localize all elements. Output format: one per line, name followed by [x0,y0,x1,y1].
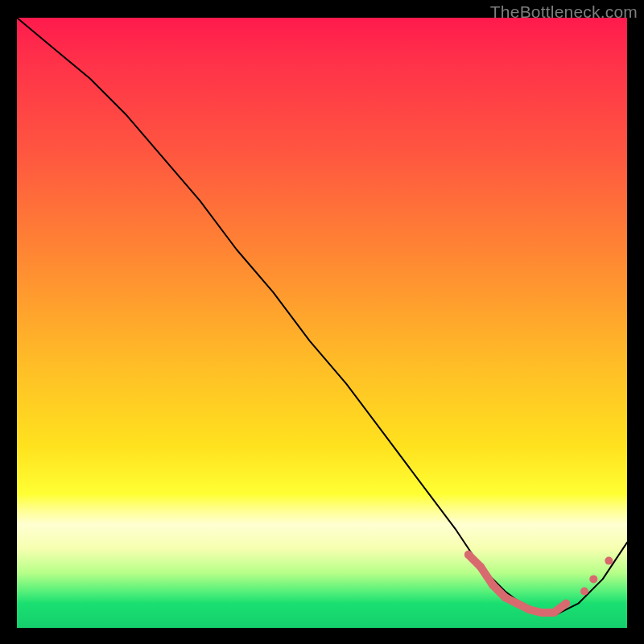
chart-svg [17,18,627,628]
marker-point [589,575,597,583]
marker-point [489,581,497,589]
marker-point [501,593,509,601]
watermark-label: TheBottleneck.com [490,2,638,22]
marker-point [580,588,588,596]
chart-frame [17,18,627,628]
marker-point [526,605,534,613]
marker-point [538,609,546,617]
marker-point [550,609,558,617]
marker-point [605,557,613,565]
marker-point [562,600,570,608]
bottleneck-curve [17,18,627,616]
marker-group [464,551,613,617]
marker-point [477,563,485,571]
marker-point [464,551,473,559]
marker-point [514,600,522,608]
